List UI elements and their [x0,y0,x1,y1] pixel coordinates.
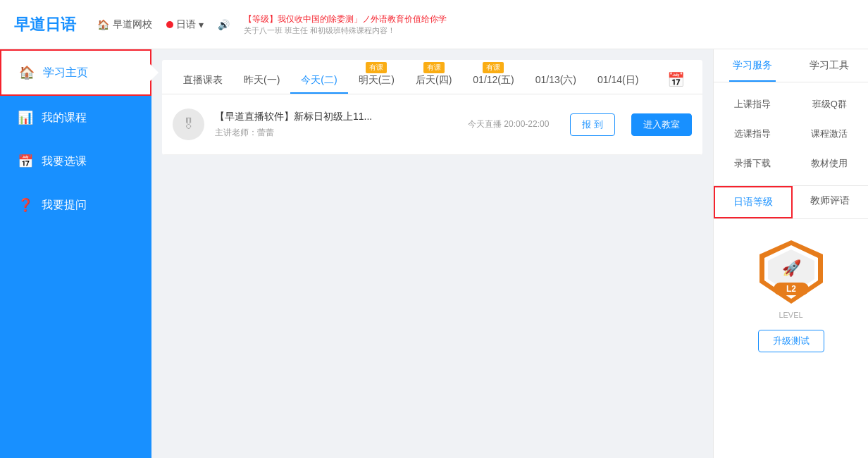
calendar-icon[interactable]: 📅 [660,66,692,94]
tab-level[interactable]: 日语等级 [714,186,793,218]
service-recording[interactable]: 录播下载 [714,149,791,178]
home-icon: 🏠 [97,19,109,30]
tab-yesterday[interactable]: 昨天(一) [233,60,290,94]
content-area: 直播课表 昨天(一) 今天(二) 有课 明天(三) 有课 后天(四) 有课 [151,49,713,458]
sidebar: 🏠 学习主页 📊 我的课程 📅 我要选课 ❓ 我要提问 [0,49,151,458]
chevron-down-icon: ▾ [199,19,204,30]
announcement-area: 【等级】我仅收中国的除委测」ノ外语教育价值给你学 关于八一班 班主任 和初级班特… [244,13,447,36]
tab-day-after-label: 后天(四) [416,74,452,85]
tab-today-label: 今天(二) [301,74,337,85]
schedule-card: 直播课表 昨天(一) 今天(二) 有课 明天(三) 有课 后天(四) 有课 [162,60,702,155]
tab-learning-service[interactable]: 学习服务 [714,49,791,82]
tab-day-after[interactable]: 有课 后天(四) [405,60,462,94]
tab-0112[interactable]: 有课 01/12(五) [462,60,524,94]
header: 早道日语 🏠 早道网校 日语 ▾ 🔊 【等级】我仅收中国的除委测」ノ外语教育价值… [0,0,868,49]
level-tabs: 日语等级 教师评语 [714,186,868,219]
sidebar-item-home[interactable]: 🏠 学习主页 [0,49,151,96]
course-teacher: 主讲老师：蕾蕾 [215,127,457,139]
upgrade-button-container: 升级测试 [714,330,868,352]
avatar-icon: 🎖 [182,116,196,132]
tomorrow-badge: 有课 [366,62,387,73]
svg-text:L2: L2 [786,284,795,294]
course-title: 【早道直播软件】新标日初级上11... [215,111,457,123]
sidebar-item-courses[interactable]: 📊 我的课程 [0,96,151,140]
service-textbook[interactable]: 教材使用 [791,149,869,178]
sidebar-label-ask: 我要提问 [42,198,87,213]
sidebar-label-home: 学习主页 [43,66,88,80]
badge-svg: 🚀 L2 [756,237,826,307]
tab-0113[interactable]: 01/13(六) [525,60,587,94]
school-label: 早道网校 [113,18,152,31]
tab-yesterday-label: 昨天(一) [244,74,280,85]
level-badge: 🚀 L2 LEVEL [756,237,826,319]
tab-tomorrow-label: 明天(三) [359,74,395,85]
speaker-icon: 🔊 [218,19,230,30]
tab-learning-tool[interactable]: 学习工具 [791,49,869,82]
announcement-line2: 关于八一班 班主任 和初级班特殊课程内容！ [244,25,447,36]
header-nav: 🏠 早道网校 日语 ▾ 🔊 【等级】我仅收中国的除委测」ノ外语教育价值给你学 关… [97,13,854,36]
select-sidebar-icon: 📅 [18,154,33,169]
svg-text:🚀: 🚀 [781,259,801,278]
day-after-badge: 有课 [423,62,445,73]
level-sublabel: LEVEL [756,311,826,319]
service-course-guide[interactable]: 选课指导 [714,119,791,149]
tab-tomorrow[interactable]: 有课 明天(三) [348,60,405,94]
tab-0113-label: 01/13(六) [535,74,576,85]
main-layout: 🏠 学习主页 📊 我的课程 📅 我要选课 ❓ 我要提问 直播课表 昨天(一) [0,49,868,458]
courses-sidebar-icon: 📊 [18,110,33,125]
course-info: 【早道直播软件】新标日初级上11... 主讲老师：蕾蕾 [215,111,457,139]
sidebar-item-select[interactable]: 📅 我要选课 [0,140,151,183]
0112-badge: 有课 [483,62,504,73]
course-time: 今天直播 20:00-22:00 [468,118,549,130]
service-class-guide[interactable]: 上课指导 [714,89,791,119]
announcement-line1: 【等级】我仅收中国的除委测」ノ外语教育价值给你学 [244,13,447,25]
sidebar-label-select: 我要选课 [42,154,87,169]
tab-0114[interactable]: 01/14(日) [587,60,649,94]
upgrade-test-button[interactable]: 升级测试 [758,330,824,352]
speaker-nav-item[interactable]: 🔊 [218,19,230,30]
home-nav-item[interactable]: 🏠 早道网校 [97,18,152,31]
course-row: 🎖 【早道直播软件】新标日初级上11... 主讲老师：蕾蕾 今天直播 20:00… [162,94,702,155]
tab-teacher-comment[interactable]: 教师评语 [793,186,869,218]
service-course-activate[interactable]: 课程激活 [791,119,869,149]
enter-classroom-button[interactable]: 进入教室 [631,113,692,136]
tab-0112-label: 01/12(五) [473,74,514,85]
lang-label: 日语 [176,18,196,31]
tab-0114-label: 01/14(日) [597,74,638,85]
service-grid: 上课指导 班级Q群 选课指导 课程激活 录播下载 教材使用 [714,82,868,185]
right-panel-top-tabs: 学习服务 学习工具 [714,49,868,82]
lang-dot-icon [166,21,173,28]
sidebar-item-ask[interactable]: ❓ 我要提问 [0,183,151,227]
tab-schedule-title[interactable]: 直播课表 [173,66,233,94]
tab-today[interactable]: 今天(二) [290,60,347,94]
ask-sidebar-icon: ❓ [18,197,33,213]
home-sidebar-icon: 🏠 [19,65,35,80]
language-selector[interactable]: 日语 ▾ [166,18,204,31]
course-avatar: 🎖 [173,109,204,140]
logo[interactable]: 早道日语 [14,14,76,35]
sign-button[interactable]: 报 到 [570,113,615,136]
schedule-tabs-row: 直播课表 昨天(一) 今天(二) 有课 明天(三) 有课 后天(四) 有课 [162,60,702,94]
right-panel: 学习服务 学习工具 上课指导 班级Q群 选课指导 课程激活 录播下载 教材使用 … [713,49,868,458]
sidebar-label-courses: 我的课程 [42,111,87,125]
service-class-group[interactable]: 班级Q群 [791,89,869,119]
level-badge-container: 🚀 L2 LEVEL [714,219,868,330]
